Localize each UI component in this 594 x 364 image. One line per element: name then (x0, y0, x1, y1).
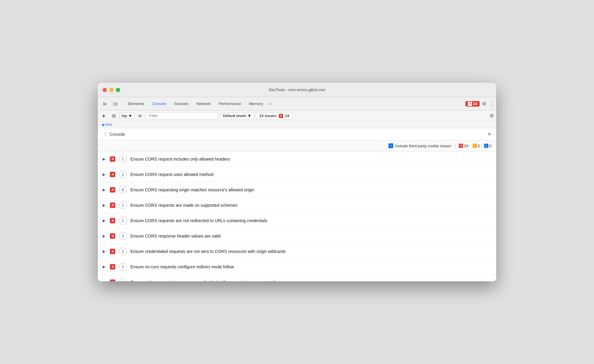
info-count-number: 0 (489, 144, 491, 148)
maximize-button[interactable] (116, 88, 120, 92)
issue-row[interactable]: ▶ ✕ 1 Ensure CORS requests are not redir… (98, 213, 496, 228)
issue-error-icon: ✕ (110, 156, 115, 162)
info-count-icon: i (484, 144, 488, 148)
cookie-issues-checkbox[interactable]: ✓ (388, 143, 393, 148)
issues-filter-bar: ✓ Include third-party cookie issues ✕ 24… (98, 140, 496, 152)
context-dropdown-arrow: ▼ (128, 113, 132, 118)
expand-arrow: ▶ (103, 157, 106, 161)
issue-text: Ensure credentialed requests are not sen… (130, 249, 491, 254)
toolbar-divider-1 (122, 100, 122, 107)
issues-badge[interactable]: 24 Issues: ✕ 24 (256, 112, 293, 119)
traffic-lights (103, 88, 120, 92)
error-icon: ✕ (468, 102, 472, 106)
warn-count-number: 0 (478, 144, 480, 148)
cookie-issues-checkbox-label[interactable]: ✓ Include third-party cookie issues (388, 143, 451, 148)
breadcrumb-html[interactable]: html (105, 123, 112, 127)
issue-error-icon: ✕ (110, 172, 115, 177)
tab-elements[interactable]: Elements (124, 100, 148, 108)
cookie-issues-label: Include third-party cookie issues (395, 144, 451, 148)
error-count-badge[interactable]: ✕ 24 (465, 101, 480, 107)
issue-text: Ensure CORS requesting origin matches re… (130, 187, 491, 192)
issues-label: 24 Issues: (259, 113, 277, 118)
panel-header-left: ⋮ Console (103, 131, 125, 137)
tab-performance[interactable]: Performance (215, 100, 244, 108)
issue-text: Ensure only same-origin resources are fe… (130, 280, 491, 281)
issue-row[interactable]: ▶ ✕ 3 Ensure CORS response header values… (98, 228, 496, 244)
issue-count-badge: 1 (119, 278, 127, 281)
console-toolbar-right: ⚙ (490, 113, 494, 119)
main-toolbar: Elements Console Sources Network Perform… (98, 97, 496, 110)
console-settings-button[interactable]: ⚙ (490, 113, 494, 118)
panel-header: ⋮ Console ✕ (98, 128, 496, 140)
issue-count-badge: 1 (119, 201, 127, 209)
run-button[interactable] (100, 112, 108, 120)
toolbar-right: ✕ 24 ⚙ ⋮ (465, 101, 494, 107)
issue-count-badge: 1 (119, 155, 127, 163)
more-options-button[interactable]: ⋮ (489, 101, 494, 107)
more-tabs-button[interactable]: » (267, 100, 273, 107)
issue-row[interactable]: ▶ ✕ 6 Ensure CORS requesting origin matc… (98, 182, 496, 198)
issue-error-icon: ✕ (110, 187, 115, 193)
tab-console[interactable]: Console (148, 100, 170, 108)
settings-button[interactable]: ⚙ (482, 101, 486, 107)
devtools-window: DevTools - cors-errors.glitch.me/ Elemen… (98, 83, 496, 281)
svg-point-6 (139, 115, 140, 116)
count-badges: ✕ 24 ! 0 i 0 (459, 144, 491, 148)
select-element-button[interactable] (100, 99, 110, 109)
issue-text: Ensure CORS requests are not redirected … (130, 218, 491, 223)
default-levels-button[interactable]: Default levels ▼ (220, 112, 254, 119)
breadcrumb: ◀ html (98, 121, 496, 128)
svg-line-4 (113, 115, 115, 117)
panel-close-button[interactable]: ✕ (487, 132, 491, 137)
issue-row[interactable]: ▶ ✕ 1 Ensure CORS request includes only … (98, 152, 496, 167)
default-levels-label: Default levels (223, 113, 246, 118)
issue-count-badge: 1 (119, 171, 127, 178)
title-bar: DevTools - cors-errors.glitch.me/ (98, 83, 496, 97)
issue-text: Ensure no-cors requests configure redire… (130, 264, 491, 269)
expand-arrow: ▶ (103, 188, 106, 192)
error-count-number: 24 (464, 144, 468, 148)
issues-list: ▶ ✕ 1 Ensure CORS request includes only … (98, 152, 496, 281)
warn-count-group: ! 0 (473, 144, 480, 148)
block-button[interactable] (110, 112, 118, 120)
tab-sources[interactable]: Sources (171, 100, 192, 108)
issue-row[interactable]: ▶ ✕ 1 Ensure CORS request uses allowed m… (98, 167, 496, 182)
issue-count-badge: 2 (119, 247, 127, 255)
issue-count-badge: 1 (119, 263, 127, 271)
issue-error-icon: ✕ (110, 218, 115, 223)
tab-network[interactable]: Network (193, 100, 215, 108)
info-count-group: i 0 (484, 144, 491, 148)
close-button[interactable] (103, 88, 107, 92)
expand-arrow: ▶ (103, 249, 106, 254)
issue-row[interactable]: ▶ ✕ 2 Ensure credentialed requests are n… (98, 244, 496, 259)
panel-kebab-button[interactable]: ⋮ (103, 131, 107, 137)
issue-row[interactable]: ▶ ✕ 1 Ensure no-cors requests configure … (98, 259, 496, 275)
window-title: DevTools - cors-errors.glitch.me/ (269, 88, 325, 92)
breadcrumb-arrow: ◀ (101, 123, 104, 127)
minimize-button[interactable] (109, 88, 113, 92)
tab-memory[interactable]: Memory (245, 100, 267, 108)
filter-separator (455, 143, 455, 149)
issue-row[interactable]: ▶ ✕ 1 Ensure only same-origin resources … (98, 275, 496, 281)
expand-arrow: ▶ (103, 219, 106, 223)
expand-arrow: ▶ (103, 172, 106, 177)
device-toggle-button[interactable] (110, 99, 120, 109)
eye-button[interactable] (136, 112, 144, 120)
issue-count-badge: 6 (119, 186, 127, 194)
issue-text: Ensure CORS request uses allowed method (130, 172, 491, 177)
issue-count-badge: 1 (119, 217, 127, 225)
svg-marker-2 (103, 114, 105, 117)
issues-error-icon: ✕ (279, 114, 283, 118)
issue-error-icon: ✕ (110, 264, 115, 270)
context-label: top (122, 113, 127, 118)
default-levels-arrow: ▼ (248, 113, 251, 118)
filter-input[interactable] (146, 112, 218, 119)
expand-arrow: ▶ (103, 280, 106, 281)
issue-error-icon: ✕ (110, 279, 115, 281)
issue-row[interactable]: ▶ ✕ 1 Ensure CORS requests are made on s… (98, 198, 496, 213)
issue-error-icon: ✕ (110, 233, 115, 239)
error-count-icon: ✕ (459, 144, 463, 148)
issue-text: Ensure CORS requests are made on support… (130, 203, 491, 208)
context-selector[interactable]: top ▼ (120, 113, 134, 119)
expand-arrow: ▶ (103, 265, 106, 269)
